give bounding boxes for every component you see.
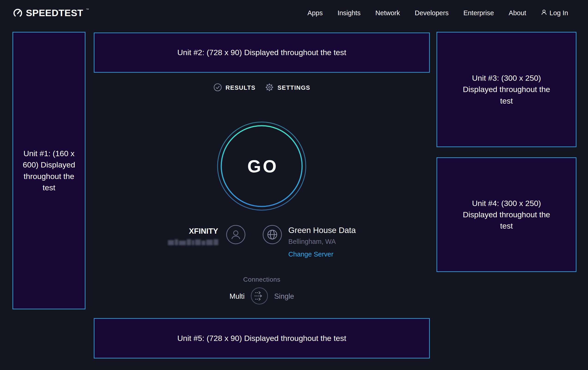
login-button[interactable]: Log In (541, 9, 568, 17)
single-option[interactable]: Single (274, 292, 294, 300)
ad-unit-2-label: Unit #2: (728 x 90) Displayed throughout… (177, 47, 346, 58)
server-text-column: Green House Data Bellingham, WA Change S… (288, 225, 356, 258)
ad-unit-2[interactable]: Unit #2: (728 x 90) Displayed throughout… (94, 32, 430, 73)
nav-item-insights[interactable]: Insights (337, 9, 360, 17)
login-label: Log In (549, 9, 568, 17)
ad-unit-3[interactable]: Unit #3: (300 x 250) Displayed throughou… (437, 32, 577, 147)
speedtest-logo[interactable]: SPEEDTEST ™ (12, 7, 89, 19)
ad-unit-4[interactable]: Unit #4: (300 x 250) Displayed throughou… (437, 157, 577, 272)
change-server-link[interactable]: Change Server (288, 250, 356, 258)
tab-settings[interactable]: SETTINGS (265, 83, 310, 92)
tab-settings-label: SETTINGS (277, 84, 310, 91)
check-circle-icon (213, 83, 222, 92)
connections-label: Connections (94, 276, 430, 283)
ad-unit-5[interactable]: Unit #5: (728 x 90) Displayed throughout… (94, 318, 430, 359)
ad-unit-1-label: Unit #1: (160 x 600) Displayed throughou… (18, 148, 80, 193)
nav-item-network[interactable]: Network (375, 9, 400, 17)
multi-single-toggle-icon[interactable] (251, 287, 268, 306)
isp-person-icon (226, 225, 245, 245)
ad-unit-4-label: Unit #4: (300 x 250) Displayed throughou… (457, 198, 556, 232)
connection-info-row: XFINITY (94, 225, 430, 258)
nav-item-about[interactable]: About (509, 9, 526, 17)
multi-option[interactable]: Multi (230, 292, 245, 300)
connections-toggle: Multi Single (94, 287, 430, 306)
server-block: Green House Data Bellingham, WA Change S… (262, 225, 356, 258)
nav-item-enterprise[interactable]: Enterprise (463, 9, 494, 17)
isp-block: XFINITY (168, 225, 245, 245)
main-nav: Apps Insights Network Developers Enterpr… (307, 9, 568, 17)
server-globe-icon (262, 225, 282, 245)
speedometer-gauge-icon (12, 7, 23, 19)
ad-unit-1[interactable]: Unit #1: (160 x 600) Displayed throughou… (12, 32, 85, 309)
logo-wordmark: SPEEDTEST (26, 7, 83, 19)
gear-icon (265, 83, 274, 92)
ad-unit-5-label: Unit #5: (728 x 90) Displayed throughout… (177, 333, 346, 344)
nav-item-apps[interactable]: Apps (307, 9, 323, 17)
server-name: Green House Data (288, 225, 356, 235)
server-location: Bellingham, WA (288, 238, 356, 245)
logo-trademark: ™ (86, 7, 89, 12)
tab-results[interactable]: RESULTS (213, 83, 256, 92)
isp-name: XFINITY (189, 227, 218, 236)
nav-item-developers[interactable]: Developers (415, 9, 449, 17)
header: SPEEDTEST ™ Apps Insights Network Develo… (0, 0, 588, 26)
speedtest-page: SPEEDTEST ™ Apps Insights Network Develo… (0, 0, 588, 370)
isp-text-column: XFINITY (168, 227, 218, 245)
redacted-ip-address (168, 239, 218, 245)
ad-unit-3-label: Unit #3: (300 x 250) Displayed throughou… (457, 72, 556, 107)
tab-results-label: RESULTS (226, 84, 256, 91)
go-button-label: GO (217, 121, 307, 211)
user-icon (541, 9, 547, 17)
go-button[interactable]: GO (217, 121, 307, 211)
results-settings-tabs: RESULTS (94, 83, 430, 92)
